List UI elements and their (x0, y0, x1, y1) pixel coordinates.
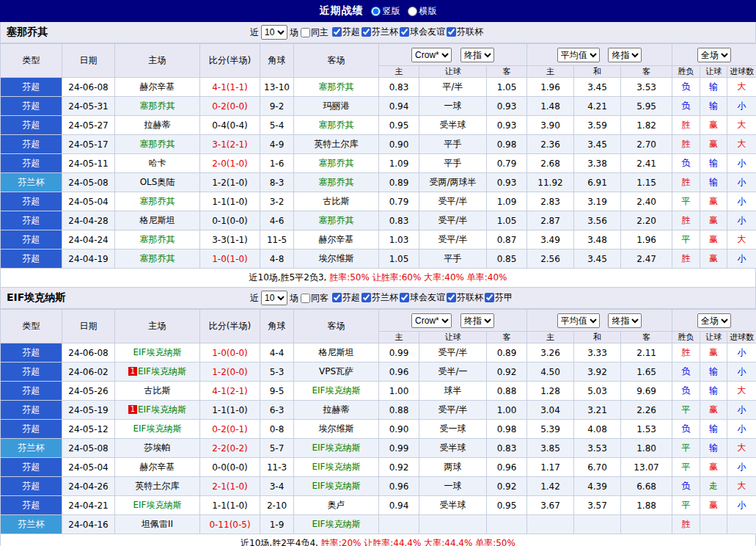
home-team-cell[interactable]: 塞那乔其 (115, 97, 200, 116)
away-team-cell[interactable]: 玛丽港 (294, 97, 379, 116)
final-odds-select-1[interactable]: 终指 (460, 48, 494, 62)
away-team-cell[interactable]: EIF埃克纳斯 (294, 458, 379, 477)
match-row: 芬超24-04-28格尼斯坦0-1(0-0)4-6塞那乔其0.83受平/半1.0… (1, 211, 756, 230)
home-team-cell[interactable]: 塞那乔其 (115, 230, 200, 250)
league-checkbox[interactable] (362, 293, 371, 302)
home-team-cell[interactable]: 拉赫蒂 (115, 116, 200, 135)
home-team-cell[interactable]: 莎埃帕 (115, 439, 200, 458)
home-team-cell[interactable]: 塞那乔其 (115, 135, 200, 154)
layout-horizontal-option[interactable]: 横版 (408, 5, 437, 18)
date-cell: 24-05-31 (62, 97, 115, 116)
vertical-radio[interactable] (371, 7, 381, 16)
final-odds-select-1[interactable]: 终指 (460, 313, 494, 328)
final-odds-select-2[interactable]: 终指 (608, 313, 642, 328)
titlebar: 近期战绩 竖版 横版 (0, 0, 756, 22)
away-team-cell[interactable]: EIF埃克纳斯 (294, 477, 379, 496)
horizontal-radio[interactable] (408, 7, 417, 16)
league-checkbox[interactable] (400, 27, 409, 37)
same-venue-filter[interactable]: 同主 (301, 26, 329, 39)
goals-result-cell: 小 (727, 458, 756, 477)
away-team-cell[interactable]: 赫尔辛基 (294, 230, 379, 250)
home-team-cell[interactable]: EIF埃克纳斯 (115, 343, 200, 363)
layout-vertical-option[interactable]: 竖版 (371, 5, 400, 18)
league-checkbox[interactable] (447, 293, 456, 302)
vertical-radio-label: 竖版 (383, 5, 400, 18)
away-team-cell[interactable]: 埃尔维斯 (294, 250, 379, 269)
league-cell: 芬超 (1, 477, 62, 496)
away-team-cell[interactable]: 英特土尔库 (294, 135, 379, 154)
away-team-cell[interactable]: 塞那乔其 (294, 78, 379, 97)
league-filter[interactable]: 芬联杯 (447, 291, 483, 304)
score-cell: 0-2(0-0) (200, 97, 260, 116)
games-label: 场 (290, 26, 298, 39)
final-odds-select-2[interactable]: 终指 (608, 48, 642, 62)
goals-result-cell: 大 (727, 135, 756, 154)
league-filter[interactable]: 芬兰杯 (362, 291, 398, 304)
same-venue-checkbox[interactable] (301, 294, 310, 303)
league-filter[interactable]: 芬超 (332, 291, 360, 304)
home-team-cell[interactable]: 1EIF埃克纳斯 (115, 401, 200, 420)
away-team-cell[interactable]: EIF埃克纳斯 (294, 382, 379, 401)
home-team-name: 拉赫蒂 (144, 120, 171, 130)
league-filter[interactable]: 芬甲 (485, 291, 513, 304)
away-team-cell[interactable]: 格尼斯坦 (294, 343, 379, 363)
avg-away-cell: 1.65 (621, 363, 672, 382)
away-team-cell[interactable]: 埃尔维斯 (294, 420, 379, 439)
away-team-cell[interactable]: 塞那乔其 (294, 173, 379, 192)
home-team-cell[interactable]: 坦佩雷II (115, 515, 200, 534)
odds-home-cell: 0.83 (379, 78, 419, 97)
recent-count-select[interactable]: 10 (261, 291, 287, 305)
away-team-cell[interactable]: 古比斯 (294, 192, 379, 211)
league-filter[interactable]: 球会友谊 (400, 26, 445, 38)
same-venue-checkbox[interactable] (301, 28, 310, 37)
handicap-cell: 受平/半 (419, 230, 487, 250)
corner-cell: 5-4 (260, 116, 294, 135)
home-team-cell[interactable]: OLS奥陆 (115, 173, 200, 192)
home-team-cell[interactable]: 英特土尔库 (115, 477, 200, 496)
away-team-cell[interactable]: 塞那乔其 (294, 154, 379, 173)
league-checkbox[interactable] (362, 27, 371, 37)
recent-count-select[interactable]: 10 (261, 25, 287, 40)
league-filter[interactable]: 球会友谊 (400, 291, 445, 304)
away-team-cell[interactable]: 塞那乔其 (294, 211, 379, 230)
horizontal-radio-label: 横版 (419, 5, 437, 18)
home-team-cell[interactable]: 古比斯 (115, 382, 200, 401)
league-checkbox[interactable] (332, 293, 342, 302)
home-team-cell[interactable]: EIF埃克纳斯 (115, 420, 200, 439)
bookmaker-select[interactable]: Crow* (411, 48, 452, 62)
league-checkbox[interactable] (332, 27, 342, 37)
away-team-cell[interactable]: 塞那乔其 (294, 116, 379, 135)
odds-home-cell: 0.90 (379, 135, 419, 154)
away-team-cell[interactable]: 奥卢 (294, 496, 379, 515)
home-team-cell[interactable]: 格尼斯坦 (115, 211, 200, 230)
league-filter[interactable]: 芬兰杯 (362, 26, 398, 38)
handicap-cell: 一球 (419, 477, 487, 496)
average-select[interactable]: 平均值 (557, 313, 600, 328)
home-team-cell[interactable]: 1EIF埃克纳斯 (115, 363, 200, 382)
league-label: 芬超 (342, 291, 360, 304)
full-match-select[interactable]: 全场 (697, 48, 731, 62)
score-cell: 1-2(1-0) (200, 173, 260, 192)
home-team-cell[interactable]: 塞那乔其 (115, 250, 200, 269)
league-checkbox[interactable] (485, 293, 494, 302)
col-type: 类型 (1, 44, 62, 78)
away-team-cell[interactable]: VPS瓦萨 (294, 363, 379, 382)
avg-draw-cell: 3.45 (574, 250, 621, 269)
home-team-cell[interactable]: EIF埃克纳斯 (115, 496, 200, 515)
same-venue-filter[interactable]: 同客 (301, 292, 329, 305)
summary-prefix: 近10场,胜2平4负4, (241, 538, 321, 546)
home-team-cell[interactable]: 赫尔辛基 (115, 458, 200, 477)
away-team-cell[interactable]: 拉赫蒂 (294, 401, 379, 420)
league-checkbox[interactable] (400, 293, 409, 302)
home-team-cell[interactable]: 赫尔辛基 (115, 78, 200, 97)
away-team-cell[interactable]: EIF埃克纳斯 (294, 439, 379, 458)
away-team-cell[interactable]: EIF埃克纳斯 (294, 515, 379, 534)
league-filter[interactable]: 芬联杯 (447, 26, 483, 38)
bookmaker-select[interactable]: Crow* (411, 313, 452, 328)
home-team-cell[interactable]: 哈卡 (115, 154, 200, 173)
league-filter[interactable]: 芬超 (332, 26, 360, 38)
full-match-select[interactable]: 全场 (697, 313, 731, 328)
average-select[interactable]: 平均值 (557, 48, 600, 62)
home-team-cell[interactable]: 塞那乔其 (115, 192, 200, 211)
league-checkbox[interactable] (447, 27, 456, 37)
